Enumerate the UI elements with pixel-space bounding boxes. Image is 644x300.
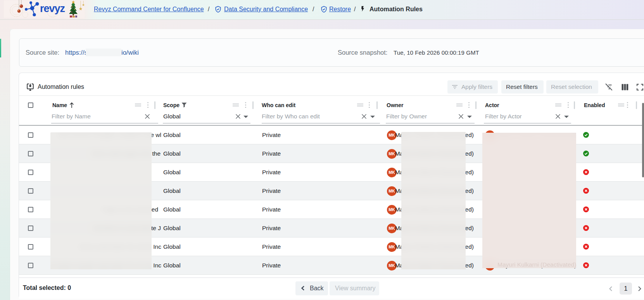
svg-text:revyz: revyz	[40, 3, 65, 14]
